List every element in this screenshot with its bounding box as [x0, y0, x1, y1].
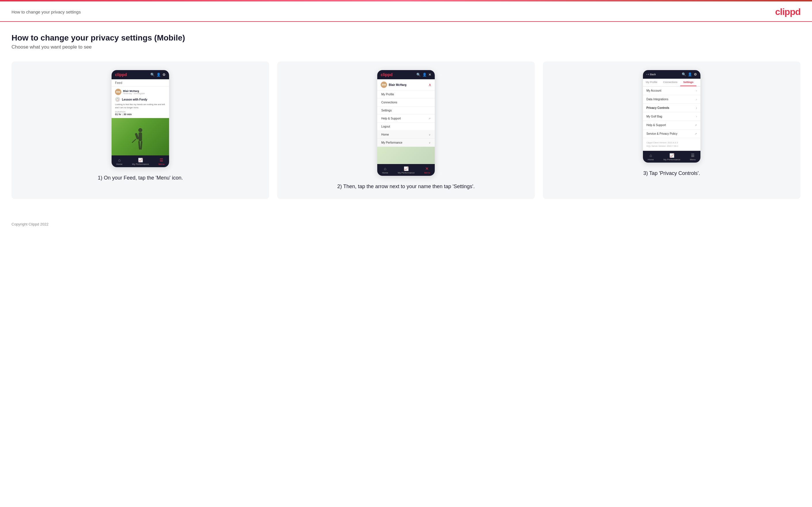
user-icon: 👤 — [156, 73, 161, 77]
steps-container: clippd 🔍 👤 ⚙ Feed BM Blair McHarg — [11, 61, 801, 199]
back-button: ‹ < Back — [646, 73, 656, 76]
header-title: How to change your privacy settings — [11, 9, 81, 14]
phone-2-mockup: clippd 🔍 👤 ✕ BM Blair McHarg — [377, 70, 435, 176]
nav-performance: 📈 My Performance — [132, 158, 149, 165]
nav3-performance: 📈 My Performance — [663, 153, 680, 161]
header: How to change your privacy settings clip… — [0, 1, 812, 22]
menu-item-settings-label: Settings — [381, 109, 392, 112]
phone2-icons: 🔍 👤 ✕ — [416, 73, 431, 77]
phone1-icons: 🔍 👤 ⚙ — [150, 73, 166, 77]
step-2-caption: 2) Then, tap the arrow next to your name… — [337, 183, 475, 190]
nav2-performance: 📈 My Performance — [398, 166, 415, 174]
svg-rect-2 — [135, 133, 139, 139]
version-line-2: GQL Server Version: 2022.7.30-1 — [646, 145, 697, 148]
step-1-caption: 1) On your Feed, tap the 'Menu' icon. — [98, 174, 183, 182]
setting-dataintegrations[interactable]: Data Integrations › — [643, 95, 701, 104]
home-icon: ⌂ — [118, 158, 120, 162]
chevron-up-icon: ∧ — [428, 82, 431, 87]
svg-point-0 — [138, 128, 142, 132]
svg-rect-1 — [139, 132, 142, 141]
setting-serviceprivacy[interactable]: Service & Privacy Policy ↗ — [643, 129, 701, 138]
nav2-menu-label: Menu — [424, 171, 430, 174]
phone3-navbar: ‹ < Back 🔍 👤 ⚙ — [643, 70, 701, 79]
svg-rect-3 — [138, 141, 141, 150]
phone1-logo: clippd — [115, 72, 127, 77]
menu-item-logout-label: Logout — [381, 125, 390, 128]
menu-item-myprofile-label: My Profile — [381, 93, 394, 96]
menu-icon-3: ☰ — [691, 153, 695, 158]
tab-settings[interactable]: Settings — [680, 79, 697, 86]
logo: clippd — [775, 7, 801, 17]
tab-myprofile-label: My Profile — [646, 81, 657, 83]
tab-connections[interactable]: Connections — [660, 79, 680, 86]
nav2-performance-label: My Performance — [398, 171, 415, 174]
menu-item-connections-label: Connections — [381, 101, 397, 104]
step-3-card: ‹ < Back 🔍 👤 ⚙ My Profile Connect — [543, 61, 801, 199]
nav2-home-label: Home — [382, 171, 388, 174]
menu-section-performance-label: My Performance — [381, 141, 402, 144]
chevron-right-icon-1: › — [696, 89, 697, 92]
setting-privacycontrols[interactable]: Privacy Controls › — [643, 104, 701, 112]
page-subheading: Choose what you want people to see — [11, 44, 801, 50]
menu-section-performance: My Performance ∨ — [377, 139, 435, 147]
setting-dataintegrations-label: Data Integrations — [646, 98, 668, 101]
footer: Copyright Clippd 2022 — [0, 216, 812, 232]
phone-1-mockup: clippd 🔍 👤 ⚙ Feed BM Blair McHarg — [111, 70, 169, 167]
phone2-navbar: clippd 🔍 👤 ✕ — [377, 70, 435, 79]
chart-icon: 📈 — [138, 158, 143, 162]
lesson-desc: Looking to feel like my hands are exitin… — [115, 103, 166, 109]
post-meta: Yesterday · Sunningdale — [123, 93, 145, 95]
setting-myaccount[interactable]: My Account › — [643, 87, 701, 95]
avatar: BM — [115, 89, 121, 95]
menu-item-help-label: Help & Support — [381, 117, 401, 120]
nav3-performance-label: My Performance — [663, 158, 680, 161]
nav3-menu-label: Menu — [690, 158, 696, 161]
phone1-bottom-nav: ⌂ Home 📈 My Performance ☰ Menu — [111, 155, 169, 167]
menu-panel: BM Blair McHarg ∧ My Profile Connections… — [377, 79, 435, 164]
chart-icon-2: 📈 — [404, 166, 409, 171]
phone3-tabs: My Profile Connections Settings — [643, 79, 701, 87]
nav-menu-label: Menu — [158, 163, 164, 165]
step-1-card: clippd 🔍 👤 ⚙ Feed BM Blair McHarg — [11, 61, 269, 199]
close-icon-2: ✕ — [425, 166, 429, 171]
nav3-home: ⌂ Home — [648, 153, 654, 161]
phone2-logo: clippd — [381, 72, 393, 77]
nav2-home: ⌂ Home — [382, 166, 388, 174]
svg-rect-4 — [140, 141, 143, 150]
search-icon-2: 🔍 — [416, 73, 421, 77]
nav-home: ⌂ Home — [116, 158, 122, 165]
post-username: Blair McHarg — [123, 90, 145, 93]
menu-item-connections: Connections — [377, 99, 435, 107]
home-icon-3: ⌂ — [650, 153, 652, 158]
golf-image — [111, 118, 169, 155]
tab-myprofile[interactable]: My Profile — [643, 79, 660, 86]
setting-mygolfbag[interactable]: My Golf Bag › — [643, 112, 701, 121]
phone1-navbar: clippd 🔍 👤 ⚙ — [111, 70, 169, 79]
tab-settings-label: Settings — [683, 81, 694, 83]
chevron-right-icon-2: › — [696, 98, 697, 101]
search-icon: 🔍 — [150, 73, 155, 77]
menu-section-home-label: Home — [381, 133, 389, 136]
user-icon-2: 👤 — [422, 73, 427, 77]
back-arrow-icon: ‹ — [646, 73, 647, 76]
lesson-row: 📋 Lesson with Fordy — [115, 97, 166, 102]
svg-line-5 — [132, 139, 136, 143]
duration-val: 01 hr : 30 min — [115, 113, 166, 116]
menu-item-help: Help & Support — [377, 115, 435, 123]
menu-item-logout: Logout — [377, 123, 435, 131]
chevron-down-icon-2: ∨ — [429, 141, 431, 144]
nav3-menu: ☰ Menu — [690, 153, 696, 161]
home-icon-2: ⌂ — [384, 166, 386, 171]
phone3-bottom-nav: ⌂ Home 📈 My Performance ☰ Menu — [643, 151, 701, 163]
nav2-menu: ✕ Menu — [424, 166, 430, 174]
settings-icon-3: ⚙ — [694, 72, 697, 76]
copyright-text: Copyright Clippd 2022 — [11, 222, 49, 226]
feed-label: Feed — [111, 79, 169, 87]
setting-helpsupport[interactable]: Help & Support ↗ — [643, 121, 701, 129]
search-icon-3: 🔍 — [682, 72, 686, 76]
settings-icon: ⚙ — [162, 73, 166, 77]
user-row: BM Blair McHarg Yesterday · Sunningdale — [115, 89, 166, 95]
setting-privacycontrols-label: Privacy Controls — [646, 106, 669, 109]
nav-home-label: Home — [116, 163, 122, 165]
menu-username: Blair McHarg — [389, 83, 407, 87]
